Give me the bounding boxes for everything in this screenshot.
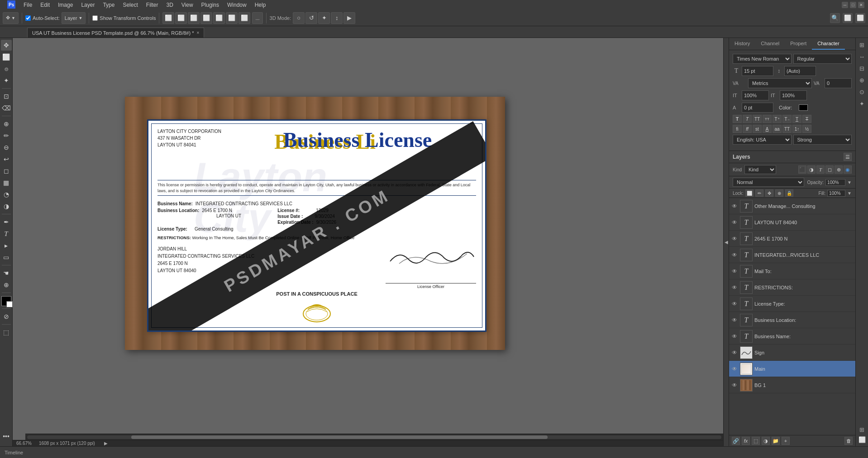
fill-input[interactable] <box>827 190 845 197</box>
layer-item-restrictions[interactable]: 👁 T RESTRICTIONS: <box>729 279 855 296</box>
layer-item-integrated[interactable]: 👁 T INTEGRATED...RVICES LLC <box>729 247 855 263</box>
background-color[interactable] <box>6 301 13 307</box>
extra-icon7[interactable]: ⊞ <box>857 425 867 434</box>
menu-image[interactable]: Image <box>54 1 76 9</box>
layer-item-bizlocation[interactable]: 👁 T Business Location: <box>729 312 855 328</box>
layer-item-licensetype[interactable]: 👁 T License Type: <box>729 296 855 312</box>
scrollbar-thumb[interactable] <box>131 435 548 439</box>
layer-item-consulting[interactable]: 👁 T Other Manage... Consulting <box>729 198 855 214</box>
menu-layer[interactable]: Layer <box>77 1 98 9</box>
extra-icon5[interactable]: ⊙ <box>857 87 867 97</box>
tab-property[interactable]: Propert <box>785 38 812 50</box>
align-sep[interactable]: ⬜ <box>238 12 250 24</box>
workspace-btn[interactable]: ⬜ <box>843 13 853 23</box>
fmt-frac2[interactable]: ½ <box>802 125 811 133</box>
panel-collapse-handle[interactable]: ◀ <box>723 38 729 446</box>
path-select-tool[interactable]: ▸ <box>1 240 12 251</box>
menu-file[interactable]: File <box>20 1 36 9</box>
fmt-italic[interactable]: T <box>743 115 752 123</box>
fmt-aa-under[interactable]: A <box>763 125 772 133</box>
quick-mask[interactable]: ⊘ <box>1 311 12 322</box>
lock-transparent[interactable]: ⬜ <box>745 189 754 197</box>
lock-image[interactable]: ✏ <box>755 189 763 197</box>
fx-btn[interactable]: fx <box>742 437 750 445</box>
fmt-tt-ord[interactable]: TT <box>782 125 792 133</box>
fmt-sub[interactable]: T₋ <box>782 115 792 123</box>
eyedropper-tool[interactable]: ⌫ <box>1 103 12 113</box>
3d-tool4[interactable]: ↕ <box>331 12 343 24</box>
filter-pixel[interactable]: ⬛ <box>798 165 806 174</box>
delete-layer-btn[interactable]: 🗑 <box>844 437 853 445</box>
healing-brush-tool[interactable]: ⊕ <box>1 118 12 129</box>
foreground-color[interactable] <box>1 296 11 306</box>
fmt-frac1[interactable]: 1↑ <box>792 125 801 133</box>
menu-select[interactable]: Select <box>119 1 141 9</box>
layer-eye-consulting[interactable]: 👁 <box>732 203 738 209</box>
lasso-tool[interactable]: ⌾ <box>1 63 12 74</box>
align-top[interactable]: ⬜ <box>226 12 238 24</box>
layer-eye-sign[interactable]: 👁 <box>732 349 738 356</box>
menu-type[interactable]: Type <box>99 1 118 9</box>
history-brush-tool[interactable]: ↩ <box>1 154 12 165</box>
layer-item-main[interactable]: 👁 Main <box>729 361 855 377</box>
layer-eye-bg1[interactable]: 👁 <box>732 382 738 388</box>
menu-filter[interactable]: Filter <box>143 1 162 9</box>
layer-dropdown[interactable]: Layer ▼ <box>62 12 86 24</box>
scale-h-input[interactable] <box>742 90 769 100</box>
gradient-tool[interactable]: ▦ <box>1 177 12 188</box>
transform-controls-check[interactable]: Show Transform Controls <box>92 15 156 21</box>
quick-select-tool[interactable]: ✦ <box>1 75 12 86</box>
maximize-btn[interactable]: □ <box>850 2 856 8</box>
scrollbar-track[interactable] <box>27 435 721 439</box>
align-center-h[interactable]: ⬜ <box>175 12 187 24</box>
tab-channel[interactable]: Channel <box>755 38 785 50</box>
3d-tool2[interactable]: ↺ <box>305 12 317 24</box>
layer-item-bg1[interactable]: 👁 BG 1 <box>729 377 855 393</box>
menu-ps[interactable]: Ps <box>4 0 19 11</box>
layer-item-bizname[interactable]: 👁 T Business Name: <box>729 328 855 345</box>
shape-tool[interactable]: ▭ <box>1 252 12 263</box>
search-btn[interactable]: 🔍 <box>830 13 840 23</box>
layer-item-layton84040[interactable]: 👁 T LAYTON UT 84040 <box>729 214 855 231</box>
more-options[interactable]: ... <box>252 12 262 24</box>
dodge-tool[interactable]: ◑ <box>1 201 12 212</box>
extra-icon3[interactable]: ⊟ <box>857 63 867 73</box>
tab-close-btn[interactable]: × <box>196 30 199 35</box>
fmt-smallcaps[interactable]: TT <box>763 115 772 123</box>
eraser-tool[interactable]: ◻ <box>1 165 12 176</box>
fill-dropdown[interactable]: ▼ <box>847 191 852 196</box>
menu-view[interactable]: View <box>178 1 197 9</box>
new-layer-btn[interactable]: + <box>782 437 790 445</box>
type-tool[interactable]: T <box>1 228 12 239</box>
tab-character[interactable]: Character <box>812 38 844 50</box>
clone-tool[interactable]: ⊖ <box>1 142 12 153</box>
screen-mode[interactable]: ⬚ <box>1 327 12 338</box>
kerning-select[interactable]: Metrics <box>748 78 812 88</box>
fmt-super[interactable]: T⁺ <box>773 115 782 123</box>
crop-tool[interactable]: ⊡ <box>1 91 12 102</box>
fmt-strike[interactable]: T <box>802 115 811 123</box>
move-tool-icon[interactable]: ✥ ▼ <box>3 12 19 24</box>
kind-select[interactable]: Kind <box>744 165 776 174</box>
extra-icon6[interactable]: ✦ <box>857 99 867 109</box>
brush-tool[interactable]: ✏ <box>1 130 12 141</box>
add-link-btn[interactable]: 🔗 <box>732 437 740 445</box>
layer-eye-bizlocation[interactable]: 👁 <box>732 317 738 323</box>
3d-tool3[interactable]: ✦ <box>318 12 330 24</box>
opacity-dropdown[interactable]: ▼ <box>847 180 852 185</box>
tracking-input[interactable] <box>825 78 852 88</box>
fmt-under[interactable]: T <box>792 115 801 123</box>
arrange-btn[interactable]: ⬜ <box>855 13 865 23</box>
menu-3d[interactable]: 3D <box>162 1 176 9</box>
extra-tool1[interactable]: ••• <box>1 431 12 442</box>
color-swatch[interactable] <box>799 104 808 111</box>
filter-active[interactable]: ◉ <box>844 165 852 174</box>
align-bottom[interactable]: ⬜ <box>200 12 212 24</box>
menu-plugins[interactable]: Plugins <box>198 1 223 9</box>
layers-menu-btn[interactable]: ☰ <box>844 153 852 161</box>
mask-btn[interactable]: ⬚ <box>752 437 760 445</box>
baseline-input[interactable] <box>742 103 773 113</box>
aa-select[interactable]: Strong <box>793 135 852 145</box>
align-right[interactable]: ⬜ <box>188 12 200 24</box>
language-select[interactable]: English: USA <box>733 135 792 145</box>
